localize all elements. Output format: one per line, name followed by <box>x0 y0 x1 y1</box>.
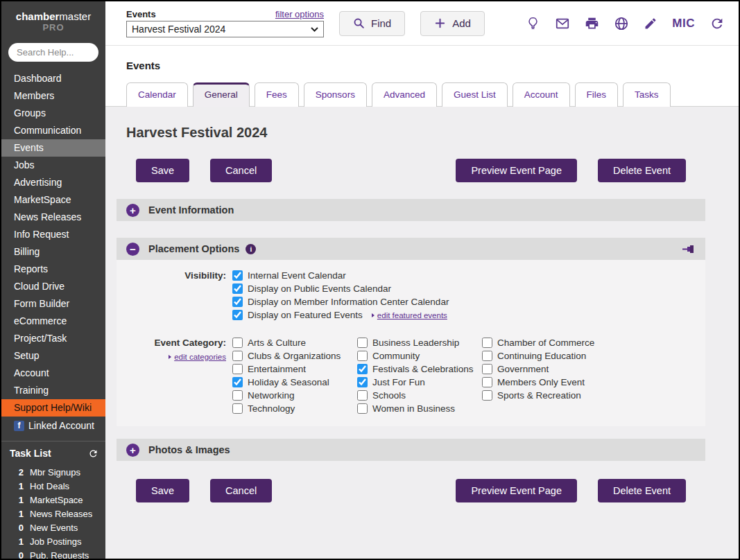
sidebar-item-ecommerce[interactable]: eCommerce <box>1 313 105 330</box>
checkbox[interactable] <box>482 364 492 374</box>
refresh-tasks-icon[interactable] <box>88 448 98 459</box>
sidebar-item-training[interactable]: Training <box>1 382 105 399</box>
save-button[interactable]: Save <box>136 479 189 502</box>
task-item-pub-requests[interactable]: 0Pub. Requests <box>10 548 98 559</box>
help-search-input[interactable] <box>8 43 98 62</box>
checkbox-networking[interactable]: Networking <box>232 389 357 402</box>
checkbox[interactable] <box>232 310 243 320</box>
tab-sponsors[interactable]: Sponsors <box>304 82 367 107</box>
checkbox-entertainment[interactable]: Entertainment <box>232 362 357 376</box>
filter-options-link[interactable]: filter options <box>275 9 324 19</box>
sidebar-item-form-builder[interactable]: Form Builder <box>1 295 105 313</box>
section-event-information[interactable]: + Event Information <box>117 199 705 221</box>
edit-categories-link[interactable]: edit categories <box>169 353 226 361</box>
sidebar-item-jobs[interactable]: Jobs <box>1 157 105 174</box>
cancel-button[interactable]: Cancel <box>210 479 272 502</box>
sidebar-item-marketspace[interactable]: MarketSpace <box>1 191 105 209</box>
checkbox[interactable] <box>232 351 243 361</box>
sidebar-item-billing[interactable]: Billing <box>1 243 105 261</box>
tab-files[interactable]: Files <box>575 82 619 107</box>
event-select[interactable]: Harvest Festival 2024 <box>126 21 324 37</box>
checkbox-arts-culture[interactable]: Arts & Culture <box>232 336 357 349</box>
sidebar-item-linked-account[interactable]: f Linked Account <box>1 417 105 435</box>
checkbox-chamber-of-commerce[interactable]: Chamber of Commerce <box>482 336 607 349</box>
checkbox-clubs-organizations[interactable]: Clubs & Organizations <box>232 349 357 362</box>
checkbox[interactable] <box>232 338 243 348</box>
task-item-job-postings[interactable]: 1Job Postings <box>10 534 98 548</box>
sidebar-item-setup[interactable]: Setup <box>1 347 105 365</box>
checkbox-schools[interactable]: Schools <box>357 389 482 402</box>
expand-icon[interactable]: + <box>126 444 139 457</box>
task-item-hot-deals[interactable]: 1Hot Deals <box>10 479 98 493</box>
checkbox-internal-event-calendar[interactable]: Internal Event Calendar <box>232 269 449 282</box>
checkbox-continuing-education[interactable]: Continuing Education <box>482 349 607 362</box>
sidebar-item-account[interactable]: Account <box>1 365 105 382</box>
task-item-new-events[interactable]: 0New Events <box>10 520 98 534</box>
sidebar-item-news-releases[interactable]: News Releases <box>1 209 105 226</box>
pencil-icon[interactable] <box>644 17 657 30</box>
tab-guest-list[interactable]: Guest List <box>442 82 508 107</box>
mic-link[interactable]: MIC <box>672 17 695 30</box>
delete-event-button[interactable]: Delete Event <box>598 479 686 502</box>
envelope-icon[interactable] <box>555 16 570 31</box>
lightbulb-icon[interactable] <box>526 16 540 30</box>
delete-event-button[interactable]: Delete Event <box>598 159 686 182</box>
pin-icon[interactable] <box>682 244 696 254</box>
sidebar-item-support-help-wiki[interactable]: Support Help/Wiki <box>1 399 105 417</box>
sidebar-item-project-task[interactable]: Project/Task <box>1 330 105 347</box>
sidebar-item-communication[interactable]: Communication <box>1 122 105 139</box>
checkbox-just-for-fun[interactable]: Just For Fun <box>357 376 482 389</box>
checkbox[interactable] <box>482 377 492 387</box>
tab-general[interactable]: General <box>193 82 250 107</box>
sidebar-item-dashboard[interactable]: Dashboard <box>1 70 105 87</box>
checkbox-sports-recreation[interactable]: Sports & Recreation <box>482 389 607 402</box>
preview-event-page-button[interactable]: Preview Event Page <box>456 159 577 182</box>
checkbox[interactable] <box>232 297 243 307</box>
sidebar-item-events[interactable]: Events <box>1 139 105 157</box>
checkbox[interactable] <box>232 270 243 281</box>
task-item-marketspace[interactable]: 1MarketSpace <box>10 493 98 507</box>
edit-featured-events-link[interactable]: edit featured events <box>372 311 447 320</box>
checkbox-display-mic-calendar[interactable]: Display on Member Information Center Cal… <box>232 295 449 308</box>
checkbox-festivals-celebrations[interactable]: Festivals & Celebrations <box>357 362 482 376</box>
checkbox-display-featured-events[interactable]: Display on Featured Events edit featured… <box>232 308 449 322</box>
checkbox-business-leadership[interactable]: Business Leadership <box>357 336 482 349</box>
checkbox[interactable] <box>357 351 368 361</box>
checkbox[interactable] <box>357 364 368 374</box>
printer-icon[interactable] <box>585 16 599 30</box>
sidebar-item-members[interactable]: Members <box>1 87 105 105</box>
sidebar-item-advertising[interactable]: Advertising <box>1 174 105 191</box>
checkbox[interactable] <box>232 377 243 387</box>
task-item-mbr-signups[interactable]: 2Mbr Signups <box>10 465 98 479</box>
refresh-icon[interactable] <box>709 16 725 31</box>
checkbox-display-public-events-calendar[interactable]: Display on Public Events Calendar <box>232 282 449 295</box>
checkbox[interactable] <box>357 377 368 387</box>
tab-fees[interactable]: Fees <box>255 82 299 107</box>
cancel-button[interactable]: Cancel <box>210 159 272 182</box>
tab-tasks[interactable]: Tasks <box>623 82 671 107</box>
expand-icon[interactable]: + <box>126 204 139 217</box>
checkbox[interactable] <box>482 338 492 348</box>
section-photos-images[interactable]: + Photos & Images <box>117 439 705 461</box>
checkbox[interactable] <box>232 364 243 374</box>
tab-calendar[interactable]: Calendar <box>126 82 188 107</box>
task-item-news-releases[interactable]: 1News Releases <box>10 507 98 520</box>
checkbox-technology[interactable]: Technology <box>232 402 357 415</box>
sidebar-item-groups[interactable]: Groups <box>1 105 105 122</box>
sidebar-item-info-request[interactable]: Info Request <box>1 226 105 243</box>
sidebar-item-reports[interactable]: Reports <box>1 261 105 278</box>
find-button[interactable]: Find <box>339 11 405 36</box>
checkbox[interactable] <box>357 390 368 401</box>
checkbox[interactable] <box>232 390 243 401</box>
info-icon[interactable]: i <box>246 244 256 254</box>
preview-event-page-button[interactable]: Preview Event Page <box>456 479 577 502</box>
checkbox-community[interactable]: Community <box>357 349 482 362</box>
tab-account[interactable]: Account <box>513 82 570 107</box>
checkbox-holiday-seasonal[interactable]: Holiday & Seasonal <box>232 376 357 389</box>
collapse-icon[interactable]: − <box>126 243 139 256</box>
section-placement-options[interactable]: − Placement Options i <box>117 238 705 260</box>
checkbox[interactable] <box>232 403 243 414</box>
save-button[interactable]: Save <box>136 159 189 182</box>
checkbox-government[interactable]: Government <box>482 362 607 376</box>
add-button[interactable]: Add <box>420 11 485 36</box>
